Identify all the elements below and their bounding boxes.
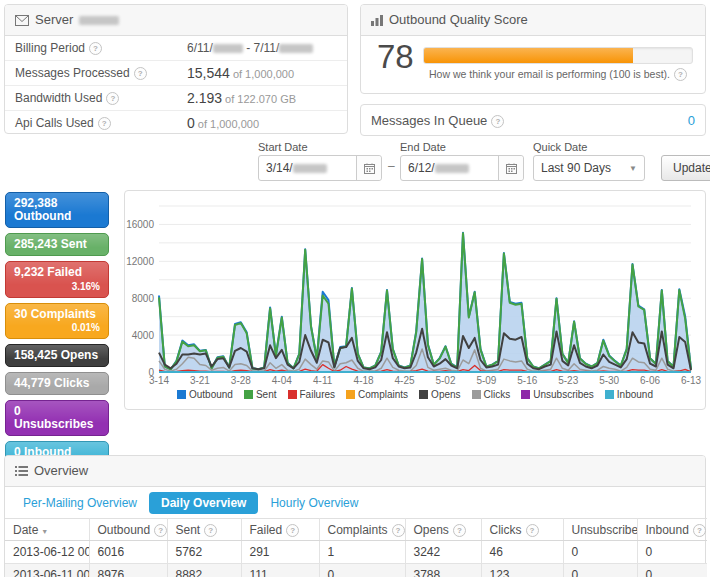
help-icon[interactable]	[526, 524, 539, 537]
column-header-outbound: Outbound	[89, 519, 167, 541]
chevron-down-icon	[629, 164, 637, 173]
tab-daily-overview[interactable]: Daily Overview	[149, 492, 258, 514]
chart-legend: OutboundSentFailuresComplaintsOpensClick…	[125, 389, 705, 400]
calendar-icon[interactable]	[498, 156, 523, 180]
redacted-server-name	[79, 16, 119, 25]
redacted-text	[213, 44, 243, 53]
server-stat-value: 6/11/ - 7/11/	[187, 36, 337, 60]
column-header-label: Sent	[176, 523, 201, 537]
help-icon[interactable]	[392, 524, 405, 537]
table-row: 2013-06-12 00h60165762291132424600	[5, 541, 707, 564]
help-icon[interactable]	[89, 42, 102, 55]
legend-swatch	[419, 390, 428, 399]
server-stat-label: Bandwidth Used	[15, 86, 187, 110]
help-icon[interactable]	[453, 524, 466, 537]
stat-box-failed[interactable]: 9,232 Failed3.16%	[5, 261, 109, 298]
overview-panel-title: Overview	[34, 457, 88, 485]
quality-score-bar	[423, 47, 693, 64]
help-icon[interactable]	[134, 67, 147, 80]
legend-swatch	[472, 390, 481, 399]
start-date-label: Start Date	[258, 141, 308, 153]
overview-tabs: Per-Mailing OverviewDaily OverviewHourly…	[5, 487, 705, 518]
svg-text:5-23: 5-23	[558, 375, 578, 386]
legend-item-unsubscribes[interactable]: Unsubscribes	[521, 389, 594, 400]
dashboard: Server Billing Period6/11/ - 7/11/Messag…	[0, 0, 710, 577]
quality-caption-text: How we think your email is performing (1…	[429, 68, 670, 80]
tab-per-mailing-overview[interactable]: Per-Mailing Overview	[11, 492, 149, 514]
table-cell: 3242	[405, 541, 481, 564]
table-cell: 2013-06-12 00h	[5, 541, 89, 564]
value-limit: of 122.070 GB	[222, 93, 296, 105]
legend-item-failures[interactable]: Failures	[288, 389, 336, 400]
legend-item-sent[interactable]: Sent	[244, 389, 277, 400]
stat-box-unsubscribes[interactable]: 0 Unsubscribes	[5, 400, 109, 436]
overview-table: DateOutboundSentFailedComplaintsOpensCli…	[5, 518, 707, 577]
table-cell: 3788	[405, 564, 481, 577]
server-rows: Billing Period6/11/ - 7/11/Messages Proc…	[5, 36, 347, 135]
help-icon[interactable]	[106, 92, 119, 105]
legend-item-complaints[interactable]: Complaints	[346, 389, 408, 400]
update-button[interactable]: Update	[661, 155, 710, 181]
table-cell: 5762	[167, 541, 241, 564]
server-stat-label-text: Billing Period	[15, 41, 85, 55]
column-header-date[interactable]: Date	[5, 519, 89, 541]
start-date-value: 3/14/	[259, 161, 356, 175]
help-icon[interactable]	[693, 524, 706, 537]
legend-item-outbound[interactable]: Outbound	[177, 389, 233, 400]
table-cell: 8976	[89, 564, 167, 577]
stat-value: 9,232 Failed	[14, 265, 82, 279]
svg-text:5-30: 5-30	[599, 375, 619, 386]
legend-item-inbound[interactable]: Inbound	[605, 389, 653, 400]
column-header-clicks: Clicks	[481, 519, 563, 541]
quality-panel-body: 78 How we think your email is performing…	[361, 36, 705, 94]
value-limit: of 1,000,000	[195, 118, 259, 130]
traffic-chart-svg: 04000800012000160003-143-213-284-044-114…	[125, 196, 705, 386]
quality-score-bar-fill	[424, 48, 633, 63]
column-header-label: Inbound	[646, 523, 689, 537]
redacted-year	[293, 164, 327, 173]
stat-box-outbound[interactable]: 292,388Outbound	[5, 192, 109, 228]
table-cell: 1	[319, 541, 405, 564]
stat-box-sent[interactable]: 285,243 Sent	[5, 233, 109, 256]
column-header-label: Clicks	[490, 523, 522, 537]
calendar-icon[interactable]	[356, 156, 381, 180]
table-cell: 0	[637, 541, 707, 564]
queue-label-text: Messages In Queue	[371, 113, 487, 128]
server-stat-label-text: Api Calls Used	[15, 116, 94, 130]
tab-hourly-overview[interactable]: Hourly Overview	[258, 492, 370, 514]
stat-box-clicks[interactable]: 44,779 Clicks	[5, 372, 109, 395]
server-stat-label: Api Calls Used	[15, 111, 187, 135]
table-cell: 123	[481, 564, 563, 577]
svg-text:8000: 8000	[132, 293, 155, 304]
svg-text:6-06: 6-06	[640, 375, 660, 386]
help-icon[interactable]	[98, 117, 111, 130]
table-cell: 0	[563, 541, 637, 564]
messages-in-queue-panel: Messages In Queue 0	[360, 104, 706, 136]
start-date-input[interactable]: 3/14/	[258, 155, 382, 181]
server-stat-value: 0 of 1,000,000	[187, 111, 337, 136]
legend-item-opens[interactable]: Opens	[419, 389, 460, 400]
end-date-input[interactable]: 6/12/	[400, 155, 524, 181]
help-icon[interactable]	[154, 524, 167, 537]
stat-box-opens[interactable]: 158,425 Opens	[5, 344, 109, 367]
help-icon[interactable]	[286, 524, 299, 537]
stat-box-complaints[interactable]: 30 Complaints0.01%	[5, 303, 109, 339]
server-stat-label-text: Bandwidth Used	[15, 91, 102, 105]
table-cell: 0	[319, 564, 405, 577]
help-icon[interactable]	[674, 68, 687, 81]
server-stat-label-text: Messages Processed	[15, 66, 130, 80]
help-icon[interactable]	[491, 115, 504, 128]
column-header-label: Date	[13, 523, 38, 537]
help-icon[interactable]	[204, 524, 217, 537]
column-header-opens: Opens	[405, 519, 481, 541]
quick-date-select[interactable]: Last 90 Days	[533, 155, 645, 181]
end-date-value: 6/12/	[401, 161, 498, 175]
column-header-sent: Sent	[167, 519, 241, 541]
server-stat-label: Billing Period	[15, 36, 187, 60]
svg-text:5-16: 5-16	[517, 375, 537, 386]
date-range-separator: –	[388, 159, 395, 173]
value-text: 6/11/	[187, 41, 213, 55]
server-panel-title: Server	[35, 6, 73, 34]
table-header-row: DateOutboundSentFailedComplaintsOpensCli…	[5, 519, 707, 541]
legend-item-clicks[interactable]: Clicks	[472, 389, 511, 400]
